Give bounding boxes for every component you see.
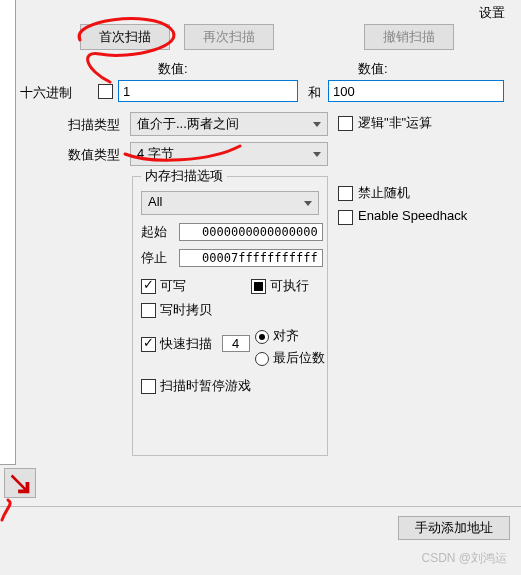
undo-scan-button: 撤销扫描 [364,24,454,50]
manual-add-button[interactable]: 手动添加地址 [398,516,510,540]
no-random-checkbox[interactable] [338,186,353,201]
align-label: 对齐 [273,328,299,343]
copy-on-write-label: 写时拷贝 [160,302,212,317]
fast-scan-label: 快速扫描 [160,336,212,351]
stop-address-input[interactable]: 00007fffffffffff [179,249,323,267]
memory-region-combo[interactable]: All [141,191,319,215]
annotation-mark-corner [0,498,30,528]
start-address-input[interactable]: 0000000000000000 [179,223,323,241]
value-type-value: 4 字节 [137,146,174,161]
watermark: CSDN @刘鸿运 [421,550,507,567]
value-type-combo[interactable]: 4 字节 [130,142,328,166]
hex-label: 十六进制 [20,84,72,102]
and-label: 和 [308,84,321,102]
stop-label: 停止 [141,249,175,267]
no-random-label: 禁止随机 [358,184,410,202]
results-pane [0,0,16,465]
not-label: 逻辑"非"运算 [358,114,432,132]
separator [0,506,521,507]
value1-input[interactable] [118,80,298,102]
value2-input[interactable] [328,80,504,102]
hex-checkbox[interactable] [98,84,113,99]
value1-label: 数值: [158,60,188,78]
next-scan-button: 再次扫描 [184,24,274,50]
scan-type-combo[interactable]: 值介于...两者之间 [130,112,328,136]
last-digits-label: 最后位数 [273,350,325,365]
memory-region-value: All [148,194,162,209]
align-radio[interactable] [255,330,269,344]
pause-game-label: 扫描时暂停游戏 [160,378,251,393]
speedhack-label: Enable Speedhack [358,208,467,223]
writable-label: 可写 [160,278,186,293]
value-type-label: 数值类型 [68,146,120,164]
last-digits-radio[interactable] [255,352,269,366]
pause-game-checkbox[interactable] [141,379,156,394]
arrow-down-right-icon [5,469,35,497]
copy-on-write-checkbox[interactable] [141,303,156,318]
scan-type-value: 值介于...两者之间 [137,116,239,131]
not-checkbox[interactable] [338,116,353,131]
fast-scan-value-input[interactable]: 4 [222,335,250,352]
value2-label: 数值: [358,60,388,78]
settings-link[interactable]: 设置 [479,4,505,22]
fast-scan-checkbox[interactable] [141,337,156,352]
writable-checkbox[interactable] [141,279,156,294]
annotation-circle-first-scan [60,10,200,90]
add-to-list-button[interactable] [4,468,36,498]
memory-group-legend: 内存扫描选项 [141,167,227,185]
executable-label: 可执行 [270,278,309,293]
scan-type-label: 扫描类型 [68,116,120,134]
memory-scan-group: 内存扫描选项 All 起始 0000000000000000 停止 00007f… [132,176,328,456]
executable-checkbox[interactable] [251,279,266,294]
start-label: 起始 [141,223,175,241]
first-scan-button[interactable]: 首次扫描 [80,24,170,50]
speedhack-checkbox[interactable] [338,210,353,225]
